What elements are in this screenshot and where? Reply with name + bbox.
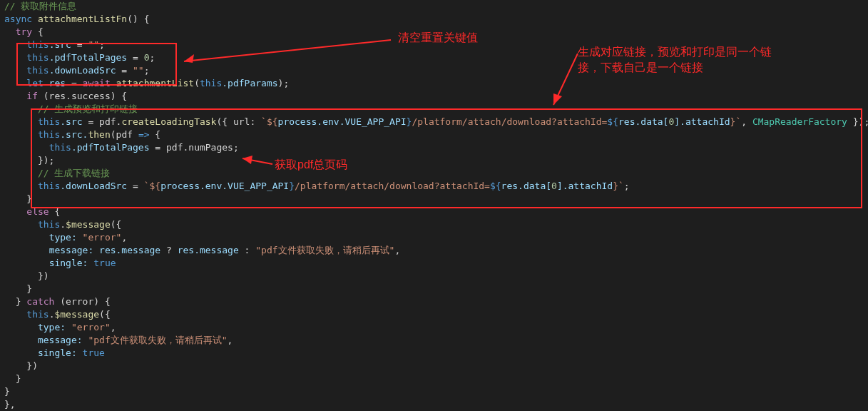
code-block: // 获取附件信息 async attachmentListFn() { try… — [0, 0, 868, 411]
code-editor[interactable]: // 获取附件信息 async attachmentListFn() { try… — [0, 0, 868, 411]
